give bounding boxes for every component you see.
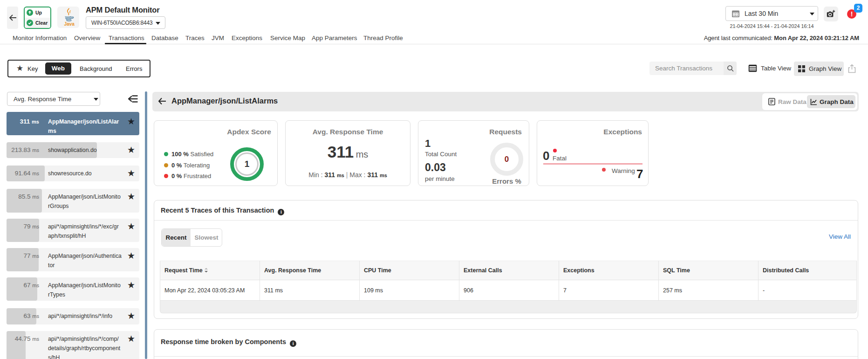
svg-text:Java: Java [64, 21, 75, 27]
